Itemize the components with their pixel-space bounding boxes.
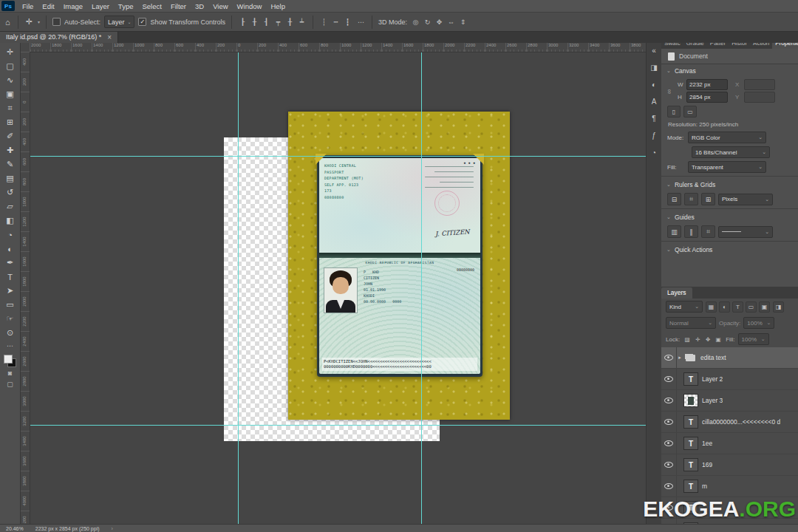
layer-filter-icon[interactable]: ◐ — [719, 301, 730, 313]
lock-icon[interactable]: ▨ — [683, 335, 692, 344]
hand-tool[interactable]: ☞ — [2, 312, 18, 326]
close-icon[interactable]: × — [107, 33, 112, 41]
lock-icon[interactable]: ▣ — [714, 335, 723, 344]
menu-item[interactable]: Layer — [87, 0, 114, 12]
menu-item[interactable]: Image — [59, 0, 87, 12]
landscape-orientation-button[interactable]: ▭ — [683, 106, 697, 117]
menu-item[interactable]: Filter — [166, 0, 191, 12]
pen-tool[interactable]: ✒ — [2, 256, 18, 270]
zoom-level[interactable]: 20.46% — [6, 526, 24, 531]
layer-row[interactable]: m — [661, 476, 798, 497]
photoshop-logo[interactable]: Ps — [1, 1, 15, 11]
layer-visibility-toggle[interactable] — [661, 390, 677, 411]
history-panel-icon[interactable]: ◔ — [647, 146, 661, 158]
ruler-grid-icon[interactable]: ⌗ — [684, 193, 698, 205]
portrait-orientation-button[interactable]: ▯ — [667, 106, 681, 117]
bit-depth-select[interactable]: 16 Bits/Channel ⌄ — [692, 146, 770, 158]
dodge-tool[interactable]: ◐ — [2, 242, 18, 256]
brush-tool[interactable]: ✎ — [2, 157, 18, 171]
document-tab[interactable]: Italy id.psd @ 20.7% (RGB/16) * × — [0, 31, 118, 43]
paragraph-panel-icon[interactable]: ¶ — [647, 112, 661, 124]
menu-item[interactable]: 3D — [191, 0, 208, 12]
blend-mode-select[interactable]: Normal ⌄ — [666, 317, 716, 329]
object-selection-tool[interactable]: ▣ — [2, 87, 18, 101]
lock-icon[interactable]: ✛ — [693, 335, 702, 344]
document-properties-row[interactable]: Document — [661, 49, 798, 64]
move-tool-icon[interactable]: ✛ — [24, 17, 34, 27]
guide-vertical[interactable] — [238, 52, 239, 525]
foreground-color-swatch[interactable] — [4, 355, 13, 364]
layer-row[interactable]: 1ee — [661, 433, 798, 454]
edit-toolbar-icon[interactable]: ⋯ — [2, 340, 18, 351]
layer-thumbnail[interactable] — [683, 415, 698, 429]
canvas-section-header[interactable]: ⌄ Canvas — [661, 64, 798, 78]
guide-icon[interactable]: ▥ — [667, 225, 681, 238]
align-icon[interactable]: ╂ — [285, 18, 295, 26]
menu-item[interactable]: Edit — [38, 0, 58, 12]
x-field[interactable] — [744, 79, 775, 90]
height-field[interactable]: 2854 px — [686, 92, 728, 103]
marquee-tool[interactable]: ▢ — [2, 59, 18, 73]
history-brush-tool[interactable]: ↺ — [2, 185, 18, 200]
character-panel-icon[interactable]: A — [647, 95, 661, 107]
layer-visibility-toggle[interactable] — [661, 369, 677, 389]
width-field[interactable]: 2232 px — [686, 79, 728, 90]
guides-section-header[interactable]: ⌄ Guides — [661, 211, 798, 224]
layer-row[interactable]: 169 — [661, 454, 798, 476]
layer-visibility-toggle[interactable] — [661, 433, 677, 454]
filter-toggle-icon[interactable]: ◨ — [773, 301, 784, 313]
quick-actions-section-header[interactable]: ⌄ Quick Actions — [661, 243, 798, 256]
layer-thumbnail[interactable] — [683, 437, 698, 450]
more-options-icon[interactable]: ⋯ — [356, 18, 366, 26]
glyphs-panel-icon[interactable]: ƒ — [647, 129, 661, 141]
canvas-area[interactable]: ● ● ● KHODI CENTRALPASSPORTDEPARTMENT (M… — [30, 52, 647, 525]
layer-filter-icon[interactable]: ▣ — [759, 301, 770, 313]
menu-item[interactable]: Select — [137, 0, 166, 12]
collapse-panels-icon[interactable]: « — [647, 44, 661, 56]
frame-tool[interactable]: ⊞ — [2, 115, 18, 129]
3d-mode-icon[interactable]: ⇕ — [458, 18, 468, 26]
show-transform-checkbox[interactable]: ✓ — [138, 18, 146, 26]
align-icon[interactable]: ┨ — [262, 18, 271, 26]
menu-item[interactable]: File — [18, 0, 38, 12]
ruler-grid-icon[interactable]: ⊟ — [667, 193, 681, 205]
layer-visibility-toggle[interactable] — [661, 347, 677, 368]
guide-horizontal[interactable] — [30, 156, 647, 157]
layer-row[interactable]: Layer 3 — [661, 390, 798, 412]
distribute-icon[interactable]: ┆ — [319, 18, 329, 26]
guide-horizontal[interactable] — [30, 425, 647, 426]
status-chevron-icon[interactable]: › — [112, 526, 113, 531]
auto-select-target-dropdown[interactable]: Layer ⌄ — [104, 16, 135, 28]
3d-mode-icon[interactable]: ◎ — [411, 18, 420, 26]
type-tool[interactable]: T — [2, 270, 18, 284]
3d-mode-icon[interactable]: ↻ — [423, 18, 432, 26]
shape-tool[interactable]: ▭ — [2, 298, 18, 312]
lock-icon[interactable]: ✥ — [703, 335, 712, 344]
layer-thumbnail[interactable] — [683, 352, 697, 364]
clone-stamp-tool[interactable]: ▤ — [2, 171, 18, 185]
guide-vertical[interactable] — [421, 52, 422, 525]
menu-item[interactable]: Help — [266, 0, 290, 12]
color-swatches[interactable] — [4, 355, 16, 367]
horizontal-ruler[interactable]: 2000180016001400120010008006004002000200… — [30, 43, 647, 52]
align-icon[interactable]: ┠ — [238, 18, 248, 26]
move-tool[interactable]: ✛ — [2, 45, 18, 59]
3d-mode-icon[interactable]: ✥ — [434, 18, 444, 26]
menu-item[interactable]: View — [208, 0, 232, 12]
layers-panel-tab[interactable]: Layers — [661, 287, 692, 299]
distribute-icon[interactable]: ┇ — [343, 18, 352, 26]
home-icon[interactable]: ⌂ — [4, 18, 12, 27]
layer-row[interactable]: ▸ edita text — [661, 347, 798, 369]
blur-tool[interactable]: ◔ — [2, 228, 18, 242]
ruler-grid-icon[interactable]: ⊞ — [701, 193, 715, 205]
filter-kind-select[interactable]: Kind ⌄ — [666, 301, 703, 313]
layer-fill-field[interactable]: 100% ⌄ — [738, 333, 769, 345]
crop-tool[interactable]: ⌗ — [2, 101, 18, 115]
layer-visibility-toggle[interactable] — [661, 412, 677, 432]
align-icon[interactable]: ┯ — [273, 18, 283, 26]
link-dimensions-icon[interactable]: ∞ — [666, 89, 673, 94]
rulers-grids-section-header[interactable]: ⌄ Rulers & Grids — [661, 178, 798, 191]
distribute-icon[interactable]: ┅ — [331, 18, 341, 26]
layer-visibility-toggle[interactable] — [661, 454, 677, 475]
adjustments-panel-icon[interactable]: ◐ — [647, 78, 661, 90]
